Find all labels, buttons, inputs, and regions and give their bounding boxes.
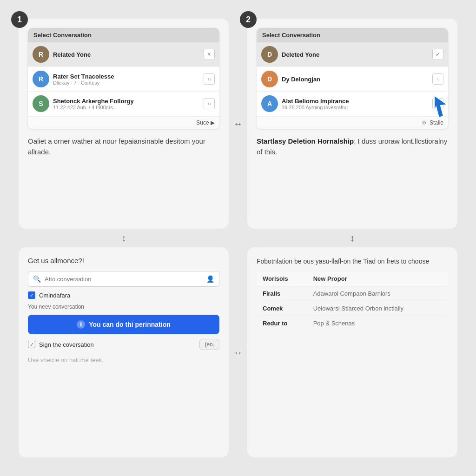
table-row1-col2: Adawarol Compaon Barniors bbox=[308, 286, 448, 301]
step2-desc-bold: Startlasy Deletion Hornalship bbox=[257, 137, 354, 145]
data-table: Worlsols New Propor Firalls Adawarol Com… bbox=[257, 271, 448, 331]
conv-name-2: Rater Set Tnacolesse bbox=[53, 73, 200, 80]
table-row-2: Comek Uelowarsl Stiarced Orbon inctially bbox=[257, 301, 448, 316]
h-arrow-bottom: ↔ bbox=[229, 247, 247, 457]
h-arrow-top: ↔ bbox=[229, 19, 247, 229]
conv-item-2[interactable]: R Rater Set Tnacolesse Dlickay · 7 · Con… bbox=[28, 67, 219, 92]
conv-sub-2: Dlickay · 7 · Contesy bbox=[53, 80, 200, 86]
conv-sub-3: 11 22.423 Aub. / 4 f400grs. bbox=[53, 105, 200, 110]
svg-marker-0 bbox=[434, 95, 447, 118]
action-button[interactable]: ℹ You can do thi perinnation bbox=[28, 315, 219, 334]
step2-conv-item-2[interactable]: D Dy Delongjan ↑↓ bbox=[257, 67, 448, 92]
step2-quadrant: 2 Select Conversation D Deleted Yone ✓ D… bbox=[247, 19, 457, 229]
form-title: Get us allmonce?! bbox=[28, 257, 219, 264]
checkbox-checked-icon[interactable]: ✓ bbox=[28, 291, 35, 299]
table-row-1: Firalls Adawarol Compaon Barniors bbox=[257, 286, 448, 301]
center-space bbox=[229, 229, 247, 247]
step2-conv-footer: ⚙ Staile bbox=[257, 116, 448, 129]
form-hint: You neev conversation bbox=[28, 304, 219, 310]
sign-checkbox-icon[interactable]: ✓ bbox=[28, 341, 35, 348]
sign-button[interactable]: (eo. bbox=[199, 339, 219, 350]
step2-avatar-1: D bbox=[261, 46, 278, 63]
step1-conv-header: Select Conversation bbox=[28, 28, 219, 42]
avatar-2: R bbox=[33, 71, 49, 87]
search-input-row[interactable]: 🔍 👤 bbox=[28, 271, 219, 287]
table-col2-header: New Propor bbox=[308, 271, 448, 286]
bottom-right-quadrant: Fobotnlation be ous yasu-llafl-on the Ti… bbox=[247, 247, 457, 457]
step2-conv-item-3[interactable]: A Alst Beliomo Impirance 19 26 200 Ayrni… bbox=[257, 92, 448, 116]
step2-conv-action-1[interactable]: ✓ bbox=[432, 49, 443, 60]
form-section: Get us allmonce?! 🔍 👤 ✓ Cmindafara You n… bbox=[28, 257, 219, 364]
table-row3-col2: Pop & Schenas bbox=[308, 316, 448, 331]
step2-description: Startlasy Deletion Hornalship; I duss ur… bbox=[257, 136, 448, 157]
step2-conv-sub-3: 19 26 200 Ayrning lovesraftut bbox=[282, 105, 429, 110]
v-arrow-left: ↕ bbox=[19, 229, 229, 247]
step1-conv-panel: Select Conversation R Related Yone × R R… bbox=[28, 28, 219, 129]
table-row2-col2: Uelowarsl Stiarced Orbon inctially bbox=[308, 301, 448, 316]
checkbox-row[interactable]: ✓ Cmindafara bbox=[28, 291, 219, 299]
blue-cursor-icon bbox=[434, 95, 448, 120]
table-row1-col1: Firalls bbox=[257, 286, 308, 301]
table-row-3: Redur to Pop & Schenas bbox=[257, 316, 448, 331]
step1-conv-footer: Suce ▶ bbox=[28, 116, 219, 129]
action-btn-icon: ℹ bbox=[77, 320, 85, 329]
avatar-3: S bbox=[33, 95, 49, 112]
bottom-left-quadrant: Get us allmonce?! 🔍 👤 ✓ Cmindafara You n… bbox=[19, 247, 229, 457]
conv-item-3[interactable]: S Shetonck Arkerghe Follorgy 11 22.423 A… bbox=[28, 92, 219, 116]
conv-action-2[interactable]: ↑↓ bbox=[204, 73, 215, 85]
table-description: Fobotnlation be ous yasu-llafl-on the Ti… bbox=[257, 257, 448, 266]
step2-conv-name-1: Deleted Yone bbox=[282, 51, 429, 58]
step1-badge: 1 bbox=[11, 11, 28, 28]
footer-note: Use sheicle on hali.me teek. bbox=[28, 357, 219, 364]
conv-action-3[interactable]: ↑↓ bbox=[204, 98, 215, 109]
table-col1-header: Worlsols bbox=[257, 271, 308, 286]
step2-conv-header: Select Conversation bbox=[257, 28, 448, 42]
avatar-1: R bbox=[33, 46, 49, 63]
step2-conv-name-2: Dy Delongjan bbox=[282, 76, 429, 83]
conv-name-1: Related Yone bbox=[53, 51, 200, 58]
step2-conv-name-3: Alst Beliomo Impirance bbox=[282, 98, 429, 105]
step2-footer-btn[interactable]: Staile bbox=[430, 119, 443, 126]
conv-item-1[interactable]: R Related Yone × bbox=[28, 42, 219, 67]
v-arrow-right: ↕ bbox=[247, 229, 457, 247]
sign-row: ✓ Sign the coνersation (eo. bbox=[28, 339, 219, 350]
conv-name-3: Shetonck Arkerghe Follorgy bbox=[53, 98, 200, 105]
step2-conv-item-1[interactable]: D Deleted Yone ✓ bbox=[257, 42, 448, 67]
step1-description: Oaliet a orner wather at nour fepaiansin… bbox=[28, 136, 219, 157]
search-input[interactable] bbox=[45, 276, 203, 283]
step2-avatar-2: D bbox=[261, 71, 278, 87]
user-icon: 👤 bbox=[206, 275, 214, 283]
step1-quadrant: 1 Select Conversation R Related Yone × R… bbox=[19, 19, 229, 229]
action-btn-label: You can do thi perinnation bbox=[89, 321, 171, 328]
step2-avatar-3: A bbox=[261, 95, 278, 112]
conv-action-1[interactable]: × bbox=[204, 49, 215, 60]
step2-conv-action-2[interactable]: ↑↓ bbox=[432, 73, 443, 85]
search-icon: 🔍 bbox=[33, 275, 41, 283]
checkbox-label: Cmindafara bbox=[39, 292, 70, 299]
table-section: Fobotnlation be ous yasu-llafl-on the Ti… bbox=[257, 257, 448, 331]
step1-footer-btn[interactable]: Suce ▶ bbox=[196, 119, 215, 126]
step2-badge: 2 bbox=[240, 11, 257, 28]
sign-label: Sign the coνersation bbox=[39, 341, 196, 348]
table-row2-col1: Comek bbox=[257, 301, 308, 316]
step2-conv-panel: Select Conversation D Deleted Yone ✓ D D… bbox=[257, 28, 448, 129]
table-row3-col1: Redur to bbox=[257, 316, 308, 331]
